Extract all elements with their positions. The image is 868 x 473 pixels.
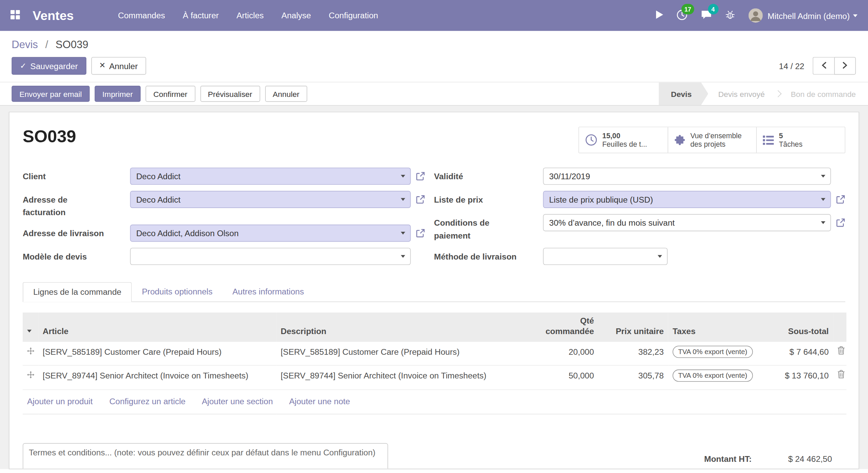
activities-button[interactable]: 17 [670,0,694,31]
pager-counter: 14 / 22 [779,61,804,70]
client-field[interactable]: Deco Addict [130,168,411,185]
order-line-row[interactable]: [SERV_585189] Customer Care (Prepaid Hou… [23,341,846,365]
preview-button[interactable]: Prévisualiser [200,86,260,102]
payment-terms-label: Conditions de paiement [434,214,543,242]
pricelist-field[interactable]: Liste de prix publique (USD) [543,191,831,208]
status-step-devis[interactable]: Devis [659,82,708,105]
tab-produits-optionnels[interactable]: Produits optionnels [132,282,222,302]
external-link-icon[interactable] [411,168,425,181]
col-header-article[interactable]: Article [38,312,276,341]
stat-button-tasks[interactable]: 5 Tâches [756,127,845,153]
save-button[interactable]: ✓ Sauvegarder [12,57,86,75]
bug-icon [725,10,735,21]
menu-item-articles[interactable]: Articles [228,0,273,31]
pager-next-button[interactable] [834,57,856,75]
terms-and-conditions-input[interactable] [23,443,388,469]
validity-value: 30/11/2019 [549,171,590,181]
delivery-method-field[interactable] [543,248,668,265]
quotation-template-field[interactable] [130,248,411,265]
unit-price-cell[interactable]: 305,78 [598,365,668,389]
description-cell[interactable]: [SERV_585189] Customer Care (Prepaid Hou… [281,346,460,358]
project-overview-label: Vue d’ensemble des projets [690,131,750,148]
cancel-button[interactable]: Annuler [265,86,308,102]
validity-field[interactable]: 30/11/2019 [543,168,831,185]
description-cell[interactable]: [SERV_89744] Senior Architect (Invoice o… [281,370,487,382]
order-line-row[interactable]: [SERV_89744] Senior Architect (Invoice o… [23,365,846,389]
save-button-label: Sauvegarder [30,61,78,70]
app-title[interactable]: Ventes [33,8,74,23]
discard-button[interactable]: × Annuler [91,57,146,75]
print-button[interactable]: Imprimer [95,86,141,102]
stat-button-project-overview[interactable]: Vue d’ensemble des projets [668,127,756,153]
add-note-link[interactable]: Ajouter une note [289,396,350,406]
qty-cell[interactable]: 50,000 [532,365,598,389]
messages-button[interactable]: 4 [694,0,718,31]
drag-handle-icon[interactable] [27,347,34,356]
col-header-subtotal[interactable]: Sous-total [770,312,833,341]
tax-tag[interactable]: TVA 0% export (vente) [673,346,753,358]
article-cell[interactable]: [SERV_89744] Senior Architect (Invoice o… [43,370,249,382]
configure-product-link[interactable]: Configurez un article [110,396,186,406]
delete-line-icon[interactable] [837,371,845,380]
activity-count-badge: 17 [682,4,694,14]
add-section-link[interactable]: Ajouter une section [202,396,273,406]
delivery-address-field[interactable]: Deco Addict, Addison Olson [130,225,411,242]
chevron-right-icon [842,61,848,70]
menu-item-commandes[interactable]: Commandes [109,0,174,31]
apps-menu-button[interactable] [11,10,20,21]
debug-button[interactable] [718,0,742,31]
record-pager: 14 / 22 [779,57,856,75]
payment-terms-field[interactable]: 30% d’avance, fin du mois suivant [543,214,831,231]
user-menu[interactable]: Mitchell Admin (demo) [748,8,857,22]
external-link-icon[interactable] [831,214,845,227]
tax-tag[interactable]: TVA 0% export (vente) [673,370,753,382]
status-step-devis-envoye[interactable]: Devis envoyé [708,82,775,105]
send-by-email-button[interactable]: Envoyer par email [12,86,90,102]
validity-label: Validité [434,168,543,185]
unit-price-cell[interactable]: 382,23 [598,341,668,365]
chevron-left-icon [821,61,827,70]
status-step-bon-de-commande[interactable]: Bon de commande [781,82,868,105]
invoice-address-field[interactable]: Deco Addict [130,191,411,208]
table-footer-links-row: Ajouter un produit Configurez un article… [23,389,846,414]
untaxed-amount-label: Montant HT: [704,454,752,464]
chevron-down-icon [853,14,857,17]
tab-autres-informations[interactable]: Autres informations [222,282,314,302]
confirm-button[interactable]: Confirmer [145,86,195,102]
order-lines-table: Article Description Qté commandée Prix u… [23,312,846,414]
pager-previous-button[interactable] [813,57,834,75]
close-icon: × [99,60,105,70]
col-header-qty[interactable]: Qté commandée [532,312,598,341]
discard-button-label: Annuler [109,61,138,70]
sort-caret-icon[interactable] [27,330,32,332]
menu-item-analyse[interactable]: Analyse [273,0,320,31]
external-link-icon[interactable] [411,191,425,204]
notebook-tabs: Lignes de la commande Produits optionnel… [23,282,845,302]
top-navbar: Ventes Commandes À facturer Articles Ana… [0,0,868,31]
col-header-description[interactable]: Description [276,312,532,341]
menu-item-a-facturer[interactable]: À facturer [174,0,228,31]
tab-lignes-de-la-commande[interactable]: Lignes de la commande [23,282,132,302]
article-cell[interactable]: [SERV_585189] Customer Care (Prepaid Hou… [43,346,222,358]
drag-handle-icon[interactable] [27,371,34,380]
delivery-address-value: Deco Addict, Addison Olson [136,228,239,238]
control-panel: ✓ Sauvegarder × Annuler 14 / 22 [0,53,868,83]
message-count-badge: 4 [708,4,718,14]
project-overview-icon [674,135,686,146]
status-steps: Devis Devis envoyé Bon de commande [659,82,868,105]
external-link-icon[interactable] [831,191,845,204]
col-header-unit-price[interactable]: Prix unitaire [598,312,668,341]
external-link-icon[interactable] [411,225,425,238]
menu-item-configuration[interactable]: Configuration [320,0,387,31]
stat-button-timesheets[interactable]: 15,00 Feuilles de t... [579,127,668,153]
play-tour-button[interactable] [649,0,669,31]
col-header-taxes[interactable]: Taxes [668,312,770,341]
clock-icon [585,134,597,146]
add-product-link[interactable]: Ajouter un produit [27,396,93,406]
breadcrumb-parent-link[interactable]: Devis [12,39,38,50]
delete-line-icon[interactable] [837,347,845,356]
breadcrumb-separator: / [45,39,48,50]
qty-cell[interactable]: 20,000 [532,341,598,365]
client-label: Client [23,168,130,185]
user-avatar [748,8,763,22]
